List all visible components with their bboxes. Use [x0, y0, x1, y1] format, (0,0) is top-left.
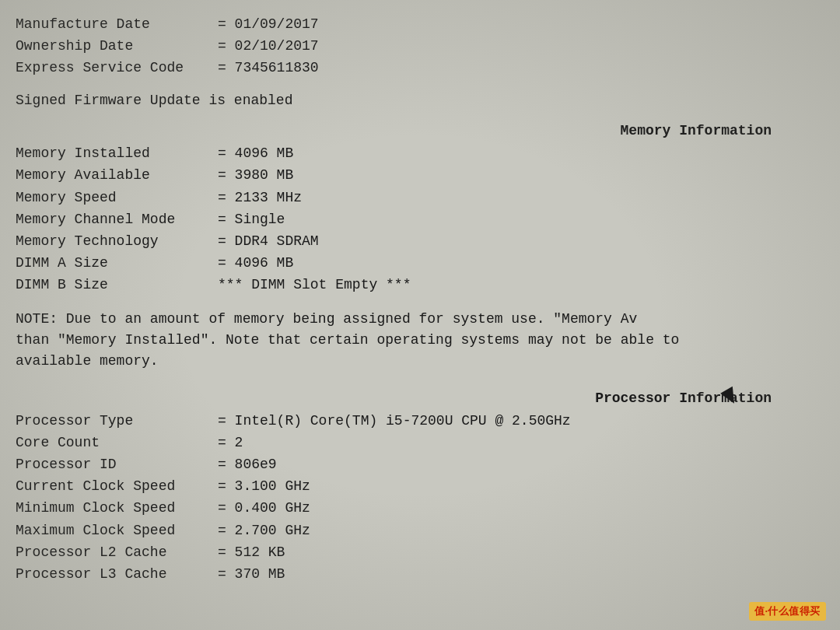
manufacture-date-label: Manufacture Date	[16, 14, 218, 34]
processor-type-value: = Intel(R) Core(TM) i5-7200U CPU @ 2.50G…	[218, 411, 571, 431]
ownership-date-label: Ownership Date	[16, 36, 218, 56]
minimum-clock-speed-row: Minimum Clock Speed = 0.400 GHz	[16, 498, 818, 518]
watermark-badge: 值·什么值得买	[749, 602, 826, 621]
maximum-clock-speed-label: Maximum Clock Speed	[16, 520, 218, 541]
processor-id-label: Processor ID	[16, 454, 218, 474]
core-count-value: = 2	[218, 432, 243, 453]
processor-l3-cache-value: = 370 MB	[218, 564, 285, 584]
processor-l2-cache-label: Processor L2 Cache	[16, 542, 218, 562]
processor-l3-cache-row: Processor L3 Cache = 370 MB	[16, 564, 818, 584]
memory-technology-row: Memory Technology = DDR4 SDRAM	[16, 231, 818, 251]
processor-l2-cache-row: Processor L2 Cache = 512 KB	[16, 542, 818, 562]
express-service-code-value: = 7345611830	[218, 58, 319, 78]
memory-section-title: Memory Information	[16, 123, 818, 138]
memory-channel-mode-row: Memory Channel Mode = Single	[16, 209, 818, 229]
current-clock-speed-label: Current Clock Speed	[16, 476, 218, 496]
memory-technology-value: = DDR4 SDRAM	[218, 231, 319, 251]
memory-speed-value: = 2133 MHz	[218, 187, 302, 208]
memory-available-label: Memory Available	[16, 165, 218, 185]
maximum-clock-speed-value: = 2.700 GHz	[218, 520, 310, 541]
dimm-a-size-value: = 4096 MB	[218, 253, 293, 273]
maximum-clock-speed-row: Maximum Clock Speed = 2.700 GHz	[16, 520, 818, 541]
express-service-code-label: Express Service Code	[16, 58, 218, 78]
dimm-b-size-row: DIMM B Size *** DIMM Slot Empty ***	[16, 275, 818, 295]
dimm-a-size-label: DIMM A Size	[16, 253, 218, 273]
memory-installed-value: = 4096 MB	[218, 143, 293, 163]
memory-note: NOTE: Due to an amount of memory being a…	[16, 309, 762, 372]
processor-id-row: Processor ID = 806e9	[16, 454, 818, 474]
current-clock-speed-row: Current Clock Speed = 3.100 GHz	[16, 476, 818, 496]
memory-channel-mode-value: = Single	[218, 209, 285, 229]
firmware-notice-row: Signed Firmware Update is enabled	[16, 90, 818, 110]
ownership-date-value: = 02/10/2017	[218, 36, 319, 56]
processor-l2-cache-value: = 512 KB	[218, 542, 285, 562]
manufacture-date-row: Manufacture Date = 01/09/2017	[16, 14, 818, 34]
processor-type-row: Processor Type = Intel(R) Core(TM) i5-72…	[16, 411, 818, 431]
memory-speed-label: Memory Speed	[16, 187, 218, 208]
memory-technology-label: Memory Technology	[16, 231, 218, 251]
dimm-b-size-value: *** DIMM Slot Empty ***	[218, 275, 411, 295]
memory-speed-row: Memory Speed = 2133 MHz	[16, 187, 818, 208]
processor-id-value: = 806e9	[218, 454, 277, 474]
watermark-text: 值·什么值得买	[754, 605, 821, 617]
core-count-label: Core Count	[16, 432, 218, 453]
firmware-notice-text: Signed Firmware Update is enabled	[16, 90, 292, 110]
memory-channel-mode-label: Memory Channel Mode	[16, 209, 218, 229]
manufacture-date-value: = 01/09/2017	[218, 14, 319, 34]
memory-installed-label: Memory Installed	[16, 143, 218, 163]
core-count-row: Core Count = 2	[16, 432, 818, 453]
express-service-code-row: Express Service Code = 7345611830	[16, 58, 818, 78]
processor-section-title: Processor Information	[16, 390, 818, 406]
processor-type-label: Processor Type	[16, 411, 218, 431]
dimm-a-size-row: DIMM A Size = 4096 MB	[16, 253, 818, 273]
bios-screen: Manufacture Date = 01/09/2017 Ownership …	[0, 0, 840, 630]
ownership-date-row: Ownership Date = 02/10/2017	[16, 36, 818, 56]
dimm-b-size-label: DIMM B Size	[16, 275, 218, 295]
current-clock-speed-value: = 3.100 GHz	[218, 476, 310, 496]
memory-available-value: = 3980 MB	[218, 165, 293, 185]
memory-installed-row: Memory Installed = 4096 MB	[16, 143, 818, 163]
minimum-clock-speed-label: Minimum Clock Speed	[16, 498, 218, 518]
minimum-clock-speed-value: = 0.400 GHz	[218, 498, 310, 518]
processor-l3-cache-label: Processor L3 Cache	[16, 564, 218, 584]
memory-available-row: Memory Available = 3980 MB	[16, 165, 818, 185]
